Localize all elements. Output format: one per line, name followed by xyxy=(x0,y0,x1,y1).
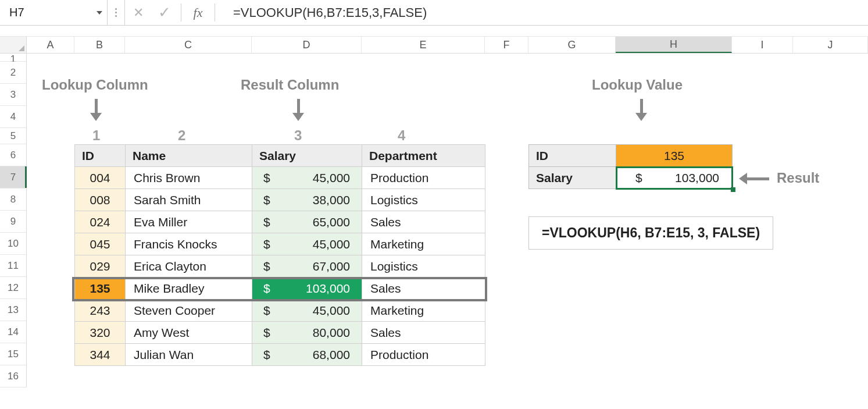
row-header[interactable]: 6 xyxy=(0,144,27,166)
table-header-dept[interactable]: Department xyxy=(362,145,485,167)
column-index-3: 3 xyxy=(294,127,302,144)
row-header[interactable]: 1 xyxy=(0,54,27,62)
row-header[interactable]: 11 xyxy=(0,255,27,277)
lookup-id-label[interactable]: ID xyxy=(529,145,616,167)
cell-name[interactable]: Erica Clayton xyxy=(126,255,252,278)
cell-id[interactable]: 344 xyxy=(75,344,126,366)
column-index-1: 1 xyxy=(92,127,100,144)
row-header[interactable]: 15 xyxy=(0,343,27,365)
cell-dept[interactable]: Marketing xyxy=(362,233,485,255)
column-header-active[interactable]: H xyxy=(616,37,732,53)
cell-id[interactable]: 004 xyxy=(75,167,126,189)
cell-salary[interactable]: $ 45,000 xyxy=(252,300,362,322)
cell-name[interactable]: Chris Brown xyxy=(126,167,252,189)
cell-salary[interactable]: $ 65,000 xyxy=(252,211,362,233)
column-header[interactable]: C xyxy=(125,37,252,53)
cell-id[interactable]: 243 xyxy=(75,300,126,322)
cell-id[interactable]: 045 xyxy=(75,233,126,255)
chevron-down-icon[interactable] xyxy=(97,11,102,15)
table-row: 320Amy West$ 80,000Sales xyxy=(75,322,485,344)
cell-name[interactable]: Sarah Smith xyxy=(126,189,252,211)
lookup-id-value[interactable]: 135 xyxy=(616,145,733,167)
table-header-name[interactable]: Name xyxy=(126,145,252,167)
column-header[interactable]: B xyxy=(74,37,125,53)
arrow-down-icon xyxy=(91,99,101,121)
cell-name[interactable]: Mike Bradley xyxy=(126,278,252,300)
cell-dept[interactable]: Production xyxy=(362,167,485,189)
cell-dept[interactable]: Logistics xyxy=(362,189,485,211)
table-row: 045Francis Knocks$ 45,000Marketing xyxy=(75,233,485,255)
arrow-down-icon xyxy=(293,99,303,121)
annotation-result-column: Result Column xyxy=(241,77,339,93)
cell-salary[interactable]: $103,000 xyxy=(252,278,362,300)
column-header[interactable]: A xyxy=(27,37,74,53)
row-header[interactable]: 14 xyxy=(0,321,27,343)
cell-name[interactable]: Julian Wan xyxy=(126,344,252,366)
x-icon: ✕ xyxy=(133,5,144,20)
row-header[interactable]: 13 xyxy=(0,299,27,321)
cell-dept[interactable]: Production xyxy=(362,344,485,366)
accept-button[interactable]: ✓ xyxy=(151,0,177,25)
cell-id[interactable]: 008 xyxy=(75,189,126,211)
row-header[interactable]: 8 xyxy=(0,189,27,211)
table-header-id[interactable]: ID xyxy=(75,145,126,167)
cell-salary[interactable]: $ 80,000 xyxy=(252,322,362,344)
table-header-salary[interactable]: Salary xyxy=(252,145,362,167)
row-header[interactable]: 4 xyxy=(0,106,27,128)
cell-dept[interactable]: Sales xyxy=(362,211,485,233)
column-header[interactable]: D xyxy=(252,37,362,53)
column-header[interactable]: J xyxy=(793,37,868,53)
row-header[interactable]: 3 xyxy=(0,84,27,106)
arrow-down-icon xyxy=(636,99,646,121)
arrow-left-icon xyxy=(739,173,769,184)
lookup-table: ID 135 Salary $103,000 xyxy=(528,144,733,189)
separator xyxy=(181,3,181,21)
column-header[interactable]: I xyxy=(732,37,793,53)
row-header[interactable]: 9 xyxy=(0,211,27,233)
lookup-salary-label[interactable]: Salary xyxy=(529,167,616,189)
cell-name[interactable]: Amy West xyxy=(126,322,252,344)
select-all-corner[interactable] xyxy=(0,37,27,53)
cell-id[interactable]: 320 xyxy=(75,322,126,344)
annotation-result: Result xyxy=(777,170,819,186)
lookup-salary-value[interactable]: $103,000 xyxy=(616,167,733,189)
column-header[interactable]: F xyxy=(485,37,528,53)
cell-salary[interactable]: $ 45,000 xyxy=(252,233,362,255)
row-header[interactable]: 10 xyxy=(0,233,27,255)
insert-function-button[interactable]: fx xyxy=(185,0,211,25)
cell-dept[interactable]: Logistics xyxy=(362,255,485,278)
annotation-lookup-column: Lookup Column xyxy=(42,77,148,93)
table-row: 344Julian Wan$ 68,000Production xyxy=(75,344,485,366)
cell-salary[interactable]: $ 45,000 xyxy=(252,167,362,189)
sheet-canvas[interactable]: Lookup Column Result Column Lookup Value… xyxy=(27,54,868,387)
table-row: 008Sarah Smith$ 38,000Logistics xyxy=(75,189,485,211)
cell-id[interactable]: 135 xyxy=(75,278,126,300)
employee-table: ID Name Salary Department 004Chris Brown… xyxy=(74,144,485,366)
column-index-2: 2 xyxy=(178,127,185,144)
cell-name[interactable]: Francis Knocks xyxy=(126,233,252,255)
column-header[interactable]: E xyxy=(362,37,485,53)
cell-id[interactable]: 029 xyxy=(75,255,126,278)
cell-salary[interactable]: $ 67,000 xyxy=(252,255,362,278)
cell-name[interactable]: Steven Cooper xyxy=(126,300,252,322)
column-header[interactable]: G xyxy=(528,37,616,53)
formula-bar-expand[interactable] xyxy=(108,0,125,25)
table-row: 029Erica Clayton$ 67,000Logistics xyxy=(75,255,485,278)
row-header[interactable]: 12 xyxy=(0,277,27,299)
row-header[interactable]: 5 xyxy=(0,128,27,144)
row-header[interactable]: 16 xyxy=(0,365,27,387)
name-box[interactable]: H7 xyxy=(0,0,108,25)
cell-dept[interactable]: Marketing xyxy=(362,300,485,322)
cell-dept[interactable]: Sales xyxy=(362,278,485,300)
cell-id[interactable]: 024 xyxy=(75,211,126,233)
row-header-active[interactable]: 7 xyxy=(0,166,27,189)
cell-salary[interactable]: $ 38,000 xyxy=(252,189,362,211)
column-headers: A B C D E F G H I J xyxy=(0,36,868,54)
cell-dept[interactable]: Sales xyxy=(362,322,485,344)
cancel-button[interactable]: ✕ xyxy=(125,0,151,25)
formula-input[interactable]: =VLOOKUP(H6,B7:E15,3,FALSE) xyxy=(219,0,868,25)
cell-salary[interactable]: $ 68,000 xyxy=(252,344,362,366)
name-box-value: H7 xyxy=(9,6,24,19)
cell-name[interactable]: Eva Miller xyxy=(126,211,252,233)
row-header[interactable]: 2 xyxy=(0,62,27,84)
